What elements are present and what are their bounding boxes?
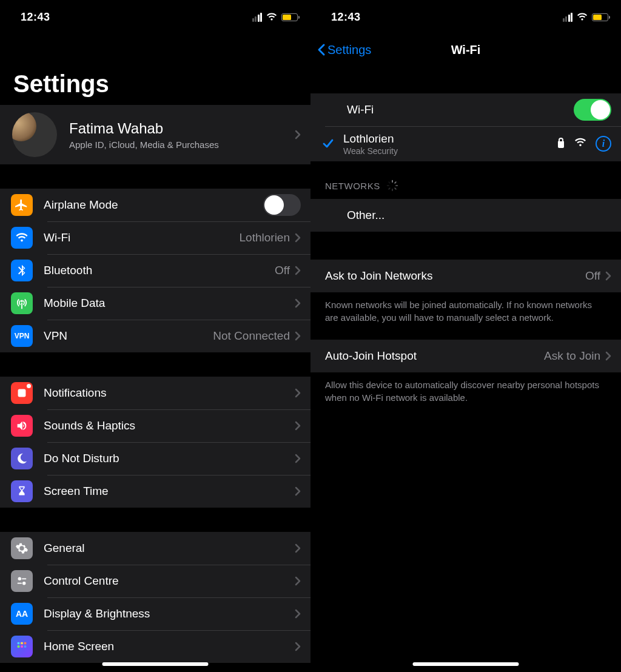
- chevron-right-icon: [605, 271, 611, 281]
- networks-group: Other...: [310, 199, 621, 232]
- cell-label: Home Screen: [44, 640, 295, 653]
- cell-value: Not Connected: [213, 329, 290, 343]
- wifi-status-icon: [576, 13, 588, 21]
- bluetooth-icon: [11, 260, 33, 281]
- svg-rect-9: [21, 645, 23, 648]
- other-network-cell[interactable]: Other...: [310, 199, 621, 232]
- chevron-right-icon: [295, 266, 301, 275]
- svg-rect-12: [394, 181, 397, 184]
- cell-label: Do Not Disturb: [44, 452, 295, 465]
- wifi-toggle-cell[interactable]: Wi-Fi: [310, 93, 621, 126]
- moon-icon: [11, 448, 33, 469]
- dnd-cell[interactable]: Do Not Disturb: [0, 442, 310, 475]
- network-security: Weak Security: [343, 146, 557, 156]
- avatar: [12, 112, 57, 157]
- cell-label: Mobile Data: [44, 297, 295, 310]
- airplane-mode-cell[interactable]: Airplane Mode: [0, 189, 310, 221]
- cell-label: Display & Brightness: [44, 607, 295, 620]
- info-icon[interactable]: i: [596, 136, 611, 152]
- checkmark-icon: [320, 138, 336, 149]
- sliders-icon: [11, 570, 33, 592]
- chevron-right-icon: [605, 351, 611, 361]
- network-name: Lothlorien: [343, 132, 557, 146]
- battery-icon: [281, 13, 300, 21]
- home-screen-cell[interactable]: Home Screen: [0, 630, 310, 663]
- svg-rect-15: [392, 189, 393, 191]
- cell-label: Wi-Fi: [44, 231, 240, 244]
- notifications-cell[interactable]: Notifications: [0, 377, 310, 409]
- chevron-right-icon: [295, 543, 301, 553]
- networks-header: NETWORKS: [310, 161, 621, 199]
- auto-hotspot-group: Auto-Join Hotspot Ask to Join: [310, 340, 621, 372]
- svg-rect-7: [24, 642, 27, 645]
- display-cell[interactable]: AA Display & Brightness: [0, 597, 310, 630]
- airplane-icon: [11, 194, 33, 216]
- vpn-cell[interactable]: VPN VPN Not Connected: [0, 320, 310, 352]
- cell-value: Off: [585, 269, 600, 283]
- system-group: General Control Centre AA Display & Brig…: [0, 532, 310, 663]
- ask-join-cell[interactable]: Ask to Join Networks Off: [310, 260, 621, 292]
- general-cell[interactable]: General: [0, 532, 310, 565]
- back-button[interactable]: Settings: [317, 43, 371, 57]
- status-time: 12:43: [21, 11, 50, 24]
- cell-label: VPN: [44, 329, 213, 343]
- screentime-cell[interactable]: Screen Time: [0, 475, 310, 508]
- gear-icon: [11, 537, 33, 559]
- chevron-right-icon: [295, 233, 301, 243]
- home-indicator[interactable]: [102, 662, 209, 666]
- ask-join-group: Ask to Join Networks Off: [310, 260, 621, 292]
- svg-rect-10: [24, 645, 27, 648]
- chevron-right-icon: [295, 642, 301, 651]
- chevron-right-icon: [295, 421, 301, 431]
- chevron-right-icon: [295, 130, 301, 139]
- notifications-icon: [11, 382, 33, 404]
- svg-rect-17: [387, 185, 389, 186]
- chevron-right-icon: [295, 298, 301, 308]
- svg-rect-5: [18, 642, 20, 645]
- cellular-signal-icon: [252, 13, 263, 22]
- profile-group: Fatima Wahab Apple ID, iCloud, Media & P…: [0, 105, 310, 164]
- control-centre-cell[interactable]: Control Centre: [0, 565, 310, 597]
- connected-network-cell[interactable]: Lothlorien Weak Security i: [310, 126, 621, 161]
- speaker-icon: [11, 415, 33, 437]
- cell-label: Screen Time: [44, 485, 295, 498]
- status-bar: 12:43: [0, 0, 310, 34]
- battery-icon: [592, 13, 610, 21]
- cell-label: Control Centre: [44, 574, 295, 588]
- wifi-toggle-group: Wi-Fi Lothlorien Weak Security i: [310, 93, 621, 161]
- bluetooth-cell[interactable]: Bluetooth Off: [0, 254, 310, 287]
- wifi-cell[interactable]: Wi-Fi Lothlorien: [0, 221, 310, 254]
- connectivity-group: Airplane Mode Wi-Fi Lothlorien Bluetooth…: [0, 189, 310, 352]
- cell-label: Auto-Join Hotspot: [325, 349, 544, 363]
- wifi-settings-screen: 12:43 Settings Wi-Fi Wi-Fi: [310, 0, 621, 672]
- cellular-signal-icon: [563, 13, 573, 22]
- home-indicator[interactable]: [413, 662, 519, 666]
- cell-label: Wi-Fi: [347, 103, 574, 116]
- antenna-icon: [11, 292, 33, 314]
- apple-id-cell[interactable]: Fatima Wahab Apple ID, iCloud, Media & P…: [0, 105, 310, 164]
- status-bar: 12:43: [310, 0, 621, 34]
- chevron-right-icon: [295, 454, 301, 463]
- page-title: Settings: [0, 34, 310, 105]
- svg-rect-0: [18, 389, 26, 397]
- svg-rect-4: [18, 583, 22, 584]
- mobile-data-cell[interactable]: Mobile Data: [0, 287, 310, 320]
- status-icons: [252, 13, 300, 22]
- alerts-group: Notifications Sounds & Haptics Do Not Di…: [0, 377, 310, 508]
- cell-label: Ask to Join Networks: [325, 269, 585, 283]
- svg-rect-14: [394, 187, 397, 190]
- cell-label: Notifications: [44, 386, 295, 400]
- svg-rect-2: [22, 578, 26, 579]
- nav-bar: Settings Wi-Fi: [310, 34, 621, 66]
- svg-rect-16: [388, 187, 391, 190]
- chevron-right-icon: [295, 609, 301, 619]
- wifi-toggle[interactable]: [574, 99, 611, 121]
- airplane-toggle[interactable]: [263, 194, 301, 216]
- auto-hotspot-cell[interactable]: Auto-Join Hotspot Ask to Join: [310, 340, 621, 372]
- profile-subtitle: Apple ID, iCloud, Media & Purchases: [69, 139, 295, 150]
- vpn-icon: VPN: [11, 325, 33, 347]
- sounds-cell[interactable]: Sounds & Haptics: [0, 409, 310, 442]
- svg-point-3: [22, 582, 25, 585]
- cell-value: Ask to Join: [544, 349, 600, 363]
- auto-hotspot-footer: Allow this device to automatically disco…: [310, 372, 621, 404]
